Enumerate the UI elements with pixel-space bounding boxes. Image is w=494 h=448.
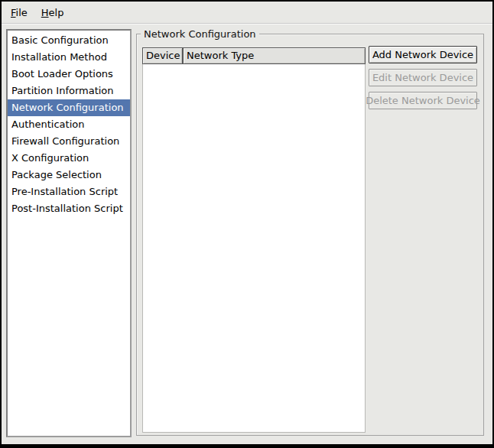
sidebar-item-pre-installation-script[interactable]: Pre-Installation Script <box>8 183 130 200</box>
table-body-empty <box>142 64 366 433</box>
sidebar-item-network-configuration[interactable]: Network Configuration <box>8 99 130 116</box>
sidebar-item-firewall-configuration[interactable]: Firewall Configuration <box>8 133 130 150</box>
menu-file[interactable]: File <box>4 4 34 21</box>
edit-network-device-button[interactable]: Edit Network Device <box>369 69 477 86</box>
sidebar-item-package-selection[interactable]: Package Selection <box>8 167 130 183</box>
frame-title: Network Configuration <box>141 28 259 41</box>
menu-help[interactable]: Help <box>34 4 71 21</box>
sidebar-item-post-installation-script[interactable]: Post-Installation Script <box>8 200 130 217</box>
sidebar-item-x-configuration[interactable]: X Configuration <box>8 150 130 167</box>
sidebar-item-partition-information[interactable]: Partition Information <box>8 83 130 99</box>
column-header-device[interactable]: Device <box>142 47 183 64</box>
network-device-table: Device Network Type <box>142 47 366 433</box>
table-header-row: Device Network Type <box>142 47 366 64</box>
sidebar-item-installation-method[interactable]: Installation Method <box>8 49 130 66</box>
sidebar-item-authentication[interactable]: Authentication <box>8 116 130 133</box>
kickstart-configurator-window: File Help Basic Configuration Installati… <box>0 0 494 448</box>
add-network-device-button[interactable]: Add Network Device <box>369 46 477 63</box>
delete-network-device-button[interactable]: Delete Network Device <box>369 92 477 109</box>
sidebar-item-basic-configuration[interactable]: Basic Configuration <box>8 32 130 49</box>
menu-bar: File Help <box>2 2 492 24</box>
column-header-network-type[interactable]: Network Type <box>183 47 366 64</box>
sidebar-item-boot-loader-options[interactable]: Boot Loader Options <box>8 66 130 83</box>
section-list: Basic Configuration Installation Method … <box>6 29 132 437</box>
